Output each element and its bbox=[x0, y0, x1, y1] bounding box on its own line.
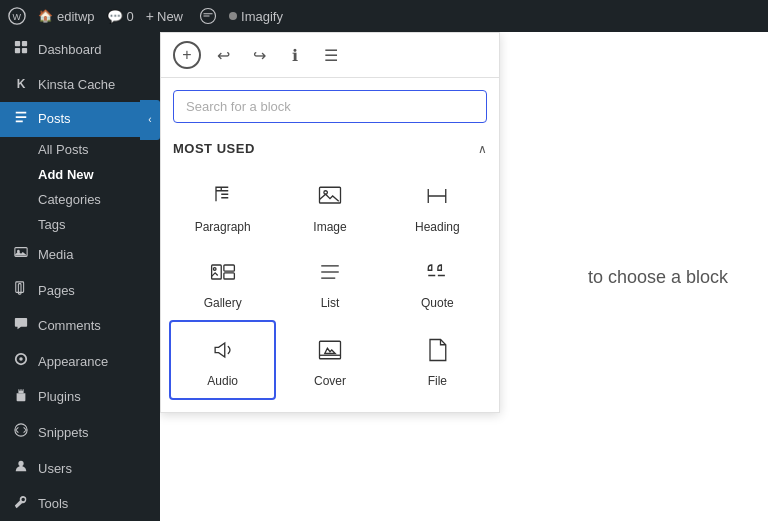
file-icon bbox=[423, 336, 451, 368]
heading-icon bbox=[423, 182, 451, 214]
block-item-heading[interactable]: Heading bbox=[384, 168, 491, 244]
sidebar: Dashboard K Kinsta Cache Posts ‹ All Pos… bbox=[0, 32, 160, 521]
sidebar-item-tools[interactable]: Tools bbox=[0, 487, 160, 521]
pages-icon bbox=[12, 281, 30, 301]
tools-icon bbox=[12, 495, 30, 515]
sidebar-item-dashboard[interactable]: Dashboard bbox=[0, 32, 160, 68]
kinsta-icon: K bbox=[12, 76, 30, 93]
block-inserter-panel: + ↩ ↪ ℹ ☰ Most Used ∧ bbox=[160, 32, 500, 413]
sidebar-item-comments-label: Comments bbox=[38, 317, 101, 335]
admin-bar: W 🏠 editwp 💬 0 + New Imagify bbox=[0, 0, 768, 32]
svg-point-15 bbox=[15, 424, 27, 436]
sidebar-item-plugins[interactable]: Plugins bbox=[0, 380, 160, 416]
add-block-button[interactable]: + bbox=[173, 41, 201, 69]
comments-link[interactable]: 💬 0 bbox=[107, 9, 134, 24]
appearance-icon bbox=[12, 352, 30, 372]
svg-rect-13 bbox=[19, 389, 20, 391]
svg-point-11 bbox=[19, 357, 23, 361]
file-label: File bbox=[428, 374, 447, 388]
users-icon bbox=[12, 459, 30, 479]
choose-block-hint: to choose a block bbox=[588, 266, 728, 287]
section-collapse-button[interactable]: ∧ bbox=[478, 142, 487, 156]
sidebar-collapse-arrow[interactable]: ‹ bbox=[140, 100, 160, 140]
undo-button[interactable]: ↩ bbox=[209, 41, 237, 69]
svg-point-16 bbox=[18, 461, 23, 466]
svg-rect-4 bbox=[22, 41, 27, 46]
audio-icon bbox=[209, 336, 237, 368]
sidebar-item-media[interactable]: Media bbox=[0, 237, 160, 273]
sidebar-item-plugins-label: Plugins bbox=[38, 388, 81, 406]
svg-rect-14 bbox=[21, 389, 22, 391]
svg-rect-19 bbox=[211, 265, 221, 279]
block-item-paragraph[interactable]: Paragraph bbox=[169, 168, 276, 244]
list-label: List bbox=[321, 296, 340, 310]
redo-button[interactable]: ↪ bbox=[245, 41, 273, 69]
heading-label: Heading bbox=[415, 220, 460, 234]
paragraph-label: Paragraph bbox=[195, 220, 251, 234]
sidebar-item-comments[interactable]: Comments bbox=[0, 309, 160, 345]
section-title: Most Used bbox=[173, 141, 255, 156]
wp-logo[interactable]: W bbox=[8, 7, 26, 25]
sidebar-item-dashboard-label: Dashboard bbox=[38, 41, 102, 59]
cover-label: Cover bbox=[314, 374, 346, 388]
media-icon bbox=[12, 245, 30, 265]
sidebar-item-pages-label: Pages bbox=[38, 282, 75, 300]
svg-text:W: W bbox=[13, 12, 22, 22]
sidebar-sub-add-new[interactable]: Add New bbox=[0, 162, 160, 187]
woo-icon[interactable] bbox=[199, 7, 217, 25]
sidebar-item-posts-label: Posts bbox=[38, 110, 71, 128]
block-item-list[interactable]: List bbox=[276, 244, 383, 320]
gallery-icon bbox=[209, 258, 237, 290]
sidebar-menu: Dashboard K Kinsta Cache Posts ‹ All Pos… bbox=[0, 32, 160, 521]
sidebar-sub-categories[interactable]: Categories bbox=[0, 187, 160, 212]
block-item-quote[interactable]: Quote bbox=[384, 244, 491, 320]
sidebar-item-appearance[interactable]: Appearance bbox=[0, 344, 160, 380]
paragraph-icon bbox=[209, 182, 237, 214]
sidebar-item-media-label: Media bbox=[38, 246, 73, 264]
plugins-icon bbox=[12, 388, 30, 408]
main-layout: Dashboard K Kinsta Cache Posts ‹ All Pos… bbox=[0, 32, 768, 521]
sidebar-sub-all-posts[interactable]: All Posts bbox=[0, 137, 160, 162]
block-item-cover[interactable]: Cover bbox=[276, 320, 383, 400]
svg-rect-12 bbox=[18, 389, 23, 393]
image-label: Image bbox=[313, 220, 346, 234]
list-icon bbox=[316, 258, 344, 290]
sidebar-item-kinsta-cache[interactable]: K Kinsta Cache bbox=[0, 68, 160, 102]
svg-rect-3 bbox=[15, 41, 20, 46]
posts-icon bbox=[12, 110, 30, 130]
svg-rect-29 bbox=[319, 341, 340, 359]
menu-button[interactable]: ☰ bbox=[317, 41, 345, 69]
sidebar-sub-tags[interactable]: Tags bbox=[0, 212, 160, 237]
new-content-link[interactable]: + New bbox=[146, 8, 183, 24]
sidebar-item-users[interactable]: Users bbox=[0, 451, 160, 487]
search-input[interactable] bbox=[173, 90, 487, 123]
svg-rect-6 bbox=[22, 48, 27, 53]
block-item-image[interactable]: Image bbox=[276, 168, 383, 244]
block-item-file[interactable]: File bbox=[384, 320, 491, 400]
sidebar-item-snippets-label: Snippets bbox=[38, 424, 89, 442]
sidebar-item-snippets[interactable]: Snippets bbox=[0, 415, 160, 451]
blocks-grid: Paragraph Image bbox=[161, 164, 499, 412]
block-item-audio[interactable]: Audio bbox=[169, 320, 276, 400]
block-item-gallery[interactable]: Gallery bbox=[169, 244, 276, 320]
info-button[interactable]: ℹ bbox=[281, 41, 309, 69]
cover-icon bbox=[316, 336, 344, 368]
search-wrapper bbox=[161, 78, 499, 135]
snippets-icon bbox=[12, 423, 30, 443]
quote-label: Quote bbox=[421, 296, 454, 310]
dashboard-icon bbox=[12, 40, 30, 60]
content-area: + ↩ ↪ ℹ ☰ Most Used ∧ bbox=[160, 32, 768, 521]
imagify-link[interactable]: Imagify bbox=[229, 9, 283, 24]
site-name[interactable]: 🏠 editwp bbox=[38, 9, 95, 24]
audio-label: Audio bbox=[207, 374, 238, 388]
quote-icon bbox=[423, 258, 451, 290]
gallery-label: Gallery bbox=[204, 296, 242, 310]
section-header-most-used: Most Used ∧ bbox=[161, 135, 499, 164]
sidebar-item-pages[interactable]: Pages bbox=[0, 273, 160, 309]
inserter-toolbar: + ↩ ↪ ℹ ☰ bbox=[161, 33, 499, 78]
sidebar-item-appearance-label: Appearance bbox=[38, 353, 108, 371]
sidebar-item-posts[interactable]: Posts ‹ bbox=[0, 102, 160, 138]
image-icon bbox=[316, 182, 344, 214]
svg-rect-21 bbox=[224, 273, 235, 279]
plus-icon: + bbox=[146, 8, 154, 24]
